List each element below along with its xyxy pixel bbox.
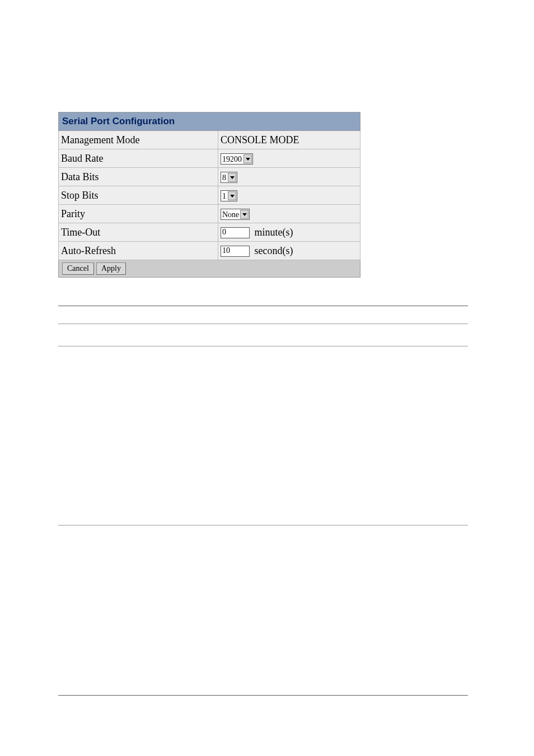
panel-title: Serial Port Configuration bbox=[59, 112, 360, 131]
divider bbox=[58, 306, 468, 307]
label-baud-rate: Baud Rate bbox=[59, 149, 218, 168]
baud-rate-select[interactable]: 19200 bbox=[221, 153, 253, 165]
label-parity: Parity bbox=[59, 205, 218, 223]
divider bbox=[58, 346, 468, 347]
chevron-down-icon bbox=[228, 191, 236, 200]
time-out-input[interactable]: 0 bbox=[221, 227, 250, 238]
value-management-mode: CONSOLE MODE bbox=[218, 131, 360, 149]
row-time-out: Time-Out 0 minute(s) bbox=[59, 223, 360, 242]
row-management-mode: Management Mode CONSOLE MODE bbox=[59, 131, 360, 149]
baud-rate-select-value: 19200 bbox=[222, 154, 242, 165]
label-stop-bits: Stop Bits bbox=[59, 186, 218, 205]
data-bits-select[interactable]: 8 bbox=[221, 172, 237, 183]
divider bbox=[58, 525, 468, 526]
time-out-unit: minute(s) bbox=[255, 227, 293, 238]
stop-bits-select[interactable]: 1 bbox=[221, 190, 237, 201]
divider bbox=[58, 323, 468, 325]
auto-refresh-input[interactable]: 10 bbox=[221, 246, 250, 257]
stop-bits-select-value: 1 bbox=[222, 191, 227, 201]
apply-button[interactable]: Apply bbox=[96, 262, 126, 275]
label-time-out: Time-Out bbox=[59, 223, 218, 242]
row-auto-refresh: Auto-Refresh 10 second(s) bbox=[59, 242, 360, 260]
parity-select-value: None bbox=[222, 210, 239, 220]
button-row: CancelApply bbox=[59, 260, 360, 278]
chevron-down-icon bbox=[240, 210, 249, 219]
serial-port-config-table: Serial Port Configuration Management Mod… bbox=[58, 112, 360, 278]
label-management-mode: Management Mode bbox=[59, 131, 218, 149]
data-bits-select-value: 8 bbox=[222, 173, 227, 183]
cancel-button[interactable]: Cancel bbox=[62, 262, 94, 275]
label-data-bits: Data Bits bbox=[59, 168, 218, 186]
chevron-down-icon bbox=[228, 173, 236, 182]
row-parity: Parity None bbox=[59, 205, 360, 223]
divider bbox=[58, 695, 468, 696]
chevron-down-icon bbox=[243, 154, 252, 163]
parity-select[interactable]: None bbox=[221, 209, 250, 220]
label-auto-refresh: Auto-Refresh bbox=[59, 242, 218, 260]
row-stop-bits: Stop Bits 1 bbox=[59, 186, 360, 205]
row-data-bits: Data Bits 8 bbox=[59, 168, 360, 186]
auto-refresh-unit: second(s) bbox=[255, 245, 293, 257]
row-baud-rate: Baud Rate 19200 bbox=[59, 149, 360, 168]
